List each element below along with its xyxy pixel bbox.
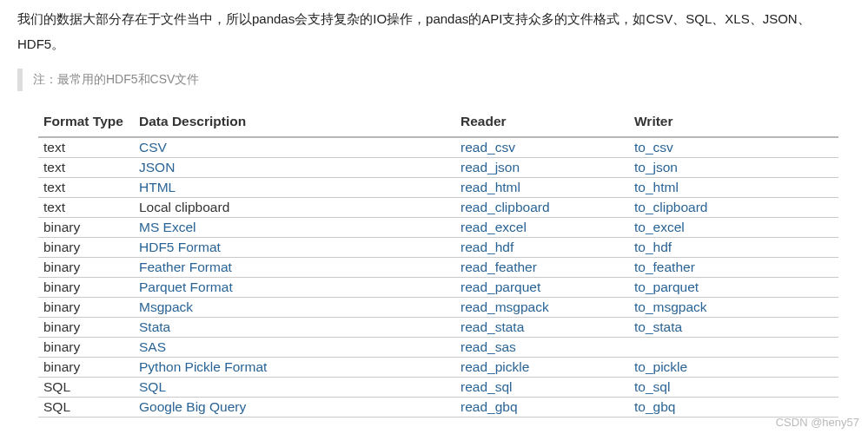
cell-writer[interactable]: to_clipboard	[629, 198, 838, 218]
cell-data-description[interactable]: HTML	[134, 178, 455, 198]
header-data-description: Data Description	[134, 110, 455, 137]
cell-writer[interactable]: to_excel	[629, 218, 838, 238]
cell-data-description[interactable]: Google Big Query	[134, 398, 455, 418]
cell-writer[interactable]: to_sql	[629, 378, 838, 398]
cell-format-type: text	[38, 178, 134, 198]
cell-writer[interactable]: to_html	[629, 178, 838, 198]
cell-data-description[interactable]: MS Excel	[134, 218, 455, 238]
header-writer: Writer	[629, 110, 838, 137]
cell-reader[interactable]: read_pickle	[455, 358, 629, 378]
table-row: binaryFeather Formatread_featherto_feath…	[38, 258, 838, 278]
cell-reader[interactable]: read_json	[455, 158, 629, 178]
table-row: binaryHDF5 Formatread_hdfto_hdf	[38, 238, 838, 258]
cell-reader[interactable]: read_excel	[455, 218, 629, 238]
cell-format-type: binary	[38, 238, 134, 258]
cell-format-type: binary	[38, 358, 134, 378]
cell-data-description[interactable]: JSON	[134, 158, 455, 178]
cell-writer[interactable]: to_parquet	[629, 278, 838, 298]
table-row: binarySASread_sas	[38, 338, 838, 358]
cell-format-type: binary	[38, 258, 134, 278]
table-row: textHTMLread_htmlto_html	[38, 178, 838, 198]
cell-reader[interactable]: read_sql	[455, 378, 629, 398]
cell-format-type: SQL	[38, 378, 134, 398]
note-block: 注：最常用的HDF5和CSV文件	[17, 69, 851, 91]
cell-reader[interactable]: read_feather	[455, 258, 629, 278]
cell-format-type: text	[38, 137, 134, 158]
cell-data-description[interactable]: SQL	[134, 378, 455, 398]
table-row: binaryStataread_statato_stata	[38, 318, 838, 338]
header-format-type: Format Type	[38, 110, 134, 137]
cell-writer[interactable]: to_msgpack	[629, 298, 838, 318]
table-row: SQLSQLread_sqlto_sql	[38, 378, 838, 398]
note-text: 注：最常用的HDF5和CSV文件	[33, 72, 199, 86]
cell-reader[interactable]: read_stata	[455, 318, 629, 338]
cell-reader[interactable]: read_sas	[455, 338, 629, 358]
cell-reader[interactable]: read_hdf	[455, 238, 629, 258]
cell-writer[interactable]: to_stata	[629, 318, 838, 338]
intro-text: 我们的数据大部分存在于文件当中，所以pandas会支持复杂的IO操作，panda…	[17, 7, 851, 56]
cell-format-type: binary	[38, 318, 134, 338]
cell-data-description[interactable]: Stata	[134, 318, 455, 338]
cell-data-description[interactable]: SAS	[134, 338, 455, 358]
cell-data-description: Local clipboard	[134, 198, 455, 218]
cell-writer[interactable]: to_csv	[629, 137, 838, 158]
cell-writer[interactable]: to_pickle	[629, 358, 838, 378]
cell-reader[interactable]: read_csv	[455, 137, 629, 158]
table-row: SQLGoogle Big Queryread_gbqto_gbq	[38, 398, 838, 418]
cell-data-description[interactable]: Feather Format	[134, 258, 455, 278]
cell-reader[interactable]: read_gbq	[455, 398, 629, 418]
cell-writer	[629, 338, 838, 358]
cell-data-description[interactable]: Parquet Format	[134, 278, 455, 298]
table-row: binaryMS Excelread_excelto_excel	[38, 218, 838, 238]
table-row: binaryPython Pickle Formatread_pickleto_…	[38, 358, 838, 378]
cell-format-type: binary	[38, 278, 134, 298]
cell-data-description[interactable]: CSV	[134, 137, 455, 158]
cell-writer[interactable]: to_hdf	[629, 238, 838, 258]
cell-reader[interactable]: read_parquet	[455, 278, 629, 298]
io-formats-table: Format Type Data Description Reader Writ…	[38, 110, 838, 418]
cell-format-type: binary	[38, 218, 134, 238]
cell-writer[interactable]: to_json	[629, 158, 838, 178]
table-row: binaryMsgpackread_msgpackto_msgpack	[38, 298, 838, 318]
table-row: textLocal clipboardread_clipboardto_clip…	[38, 198, 838, 218]
cell-format-type: SQL	[38, 398, 134, 418]
cell-format-type: text	[38, 198, 134, 218]
table-header-row: Format Type Data Description Reader Writ…	[38, 110, 838, 137]
header-reader: Reader	[455, 110, 629, 137]
table-row: textCSVread_csvto_csv	[38, 137, 838, 158]
cell-data-description[interactable]: HDF5 Format	[134, 238, 455, 258]
cell-format-type: text	[38, 158, 134, 178]
cell-data-description[interactable]: Msgpack	[134, 298, 455, 318]
table-row: textJSONread_jsonto_json	[38, 158, 838, 178]
cell-reader[interactable]: read_clipboard	[455, 198, 629, 218]
cell-format-type: binary	[38, 338, 134, 358]
cell-writer[interactable]: to_gbq	[629, 398, 838, 418]
cell-reader[interactable]: read_html	[455, 178, 629, 198]
table-row: binaryParquet Formatread_parquetto_parqu…	[38, 278, 838, 298]
cell-writer[interactable]: to_feather	[629, 258, 838, 278]
cell-format-type: binary	[38, 298, 134, 318]
cell-reader[interactable]: read_msgpack	[455, 298, 629, 318]
cell-data-description[interactable]: Python Pickle Format	[134, 358, 455, 378]
